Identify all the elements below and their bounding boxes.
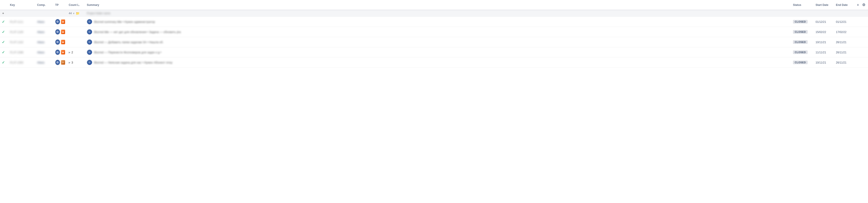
count-value: 3 bbox=[71, 61, 73, 64]
row-summary-cell[interactable]: Blurred title — нет дат для обновления •… bbox=[85, 27, 791, 37]
comp-value: Atlass bbox=[37, 51, 44, 54]
row-expand-arrow[interactable]: ▶ bbox=[69, 61, 70, 64]
th-actions: + ⚙ bbox=[855, 0, 868, 10]
summary-avatar-icon bbox=[87, 50, 92, 55]
status-badge[interactable]: CLOSED bbox=[793, 20, 808, 24]
row-key-cell[interactable]: PLAT-1093 bbox=[8, 57, 35, 67]
row-summary-cell[interactable]: Blurred — Добавить папки задачам ЗА • На… bbox=[85, 37, 791, 47]
row-comp-cell: Atlass bbox=[35, 17, 53, 27]
group-tp-cell bbox=[53, 10, 67, 17]
issue-key-link[interactable]: PLAT-1105 bbox=[10, 31, 23, 34]
row-start-date-cell: 11/11/21 bbox=[814, 47, 834, 57]
row-start-date-cell: 10/11/21 bbox=[814, 57, 834, 67]
row-tp-cell: ▣ bbox=[53, 17, 67, 27]
summary-container: Blurred — Перенести Фолловеров для задач… bbox=[87, 50, 789, 55]
add-column-icon[interactable]: + bbox=[856, 2, 860, 7]
row-tp-cell: ▣ bbox=[53, 27, 67, 37]
gear-avatar bbox=[55, 60, 60, 65]
row-count-cell: ▶3 bbox=[67, 57, 85, 67]
row-end-date-cell: 01/12/21 bbox=[834, 17, 855, 27]
check-icon: ✓ bbox=[2, 30, 5, 34]
table-row: ✓PLAT-1093Atlass≋▶3Blurred — Неясная зад… bbox=[0, 57, 868, 67]
th-start-date[interactable]: Start Date bbox=[814, 0, 834, 10]
th-comp[interactable]: Comp. bbox=[35, 0, 53, 10]
row-actions-cell bbox=[855, 37, 868, 47]
summary-text: Blurred — Неясная задача для нас • Нужен… bbox=[94, 61, 173, 64]
row-start-date-cell: 01/12/21 bbox=[814, 17, 834, 27]
row-tp-cell: ▣ bbox=[53, 47, 67, 57]
status-badge[interactable]: CLOSED bbox=[793, 50, 808, 54]
row-count-cell bbox=[67, 37, 85, 47]
summary-avatar-icon bbox=[87, 19, 92, 24]
end-date-value: 26/11/21 bbox=[836, 41, 846, 44]
status-badge[interactable]: CLOSED bbox=[793, 40, 808, 44]
summary-text: Blurred summary title • Нужен администра… bbox=[94, 20, 155, 24]
group-count-value: 44 bbox=[69, 12, 72, 15]
row-end-date-cell: 17/02/22 bbox=[834, 27, 855, 37]
row-expand-arrow[interactable]: ▶ bbox=[69, 51, 70, 54]
status-badge[interactable]: CLOSED bbox=[793, 61, 808, 64]
th-key[interactable]: Key bbox=[8, 0, 35, 10]
group-label-cell: Project folder name bbox=[85, 10, 868, 17]
row-check-cell: ✓ bbox=[0, 27, 8, 37]
table-row: ✓PLAT-1098Atlass▣▶2Blurred — Перенести Ф… bbox=[0, 47, 868, 57]
th-summary[interactable]: Summary bbox=[85, 0, 791, 10]
row-key-cell[interactable]: PLAT-1111 bbox=[8, 17, 35, 27]
issue-key-link[interactable]: PLAT-1111 bbox=[10, 20, 23, 24]
summary-container: Blurred — Добавить папки задачам ЗА • На… bbox=[87, 39, 789, 45]
summary-avatar-icon bbox=[87, 39, 92, 45]
tp-container: ≋ bbox=[55, 60, 65, 65]
start-date-value: 01/12/21 bbox=[815, 20, 826, 24]
th-check bbox=[0, 0, 8, 10]
row-tp-cell: ≋ bbox=[53, 57, 67, 67]
row-actions-cell bbox=[855, 47, 868, 57]
issue-key-link[interactable]: PLAT-1093 bbox=[10, 61, 23, 64]
status-badge[interactable]: CLOSED bbox=[793, 30, 808, 34]
count-container: ▶2 bbox=[69, 51, 83, 54]
group-comp-cell bbox=[35, 10, 53, 17]
expand-arrow-icon[interactable]: ▼ bbox=[72, 12, 75, 15]
th-status[interactable]: Status bbox=[791, 0, 814, 10]
row-end-date-cell: 26/11/21 bbox=[834, 37, 855, 47]
comp-value: Atlass bbox=[37, 41, 44, 44]
row-summary-cell[interactable]: Blurred — Неясная задача для нас • Нужен… bbox=[85, 57, 791, 67]
issue-key-link[interactable]: PLAT-1098 bbox=[10, 51, 23, 54]
group-header-row: ✦ 44 ▼ 📁 Project folder name bbox=[0, 10, 868, 17]
orange-alt-avatar: ≋ bbox=[61, 60, 65, 65]
orange-avatar: ▣ bbox=[61, 20, 65, 24]
group-wand-cell: ✦ bbox=[0, 10, 8, 17]
th-tp[interactable]: TP bbox=[53, 0, 67, 10]
row-summary-cell[interactable]: Blurred — Перенести Фолловеров для задач… bbox=[85, 47, 791, 57]
comp-value: Atlass bbox=[37, 61, 44, 64]
settings-icon[interactable]: ⚙ bbox=[861, 2, 866, 7]
group-key-cell bbox=[8, 10, 35, 17]
gear-avatar bbox=[55, 19, 60, 24]
row-count-cell: ▶2 bbox=[67, 47, 85, 57]
row-count-cell bbox=[67, 27, 85, 37]
check-icon: ✓ bbox=[2, 40, 5, 44]
tp-container: ▣ bbox=[55, 50, 65, 55]
count-value: 2 bbox=[71, 51, 73, 54]
row-status-cell: CLOSED bbox=[791, 27, 814, 37]
row-key-cell[interactable]: PLAT-1105 bbox=[8, 27, 35, 37]
th-count[interactable]: Count L. bbox=[67, 0, 85, 10]
issue-key-link[interactable]: PLAT-1102 bbox=[10, 41, 23, 44]
issues-table: Key Comp. TP Count L. Summary Status Sta… bbox=[0, 0, 868, 67]
row-summary-cell[interactable]: Blurred summary title • Нужен администра… bbox=[85, 17, 791, 27]
start-date-value: 15/02/22 bbox=[815, 31, 826, 34]
row-comp-cell: Atlass bbox=[35, 37, 53, 47]
row-end-date-cell: 26/11/21 bbox=[834, 57, 855, 67]
end-date-value: 26/11/21 bbox=[836, 61, 846, 64]
main-table-container: Key Comp. TP Count L. Summary Status Sta… bbox=[0, 0, 868, 67]
row-key-cell[interactable]: PLAT-1102 bbox=[8, 37, 35, 47]
th-end-date[interactable]: End Date bbox=[834, 0, 855, 10]
row-start-date-cell: 10/11/21 bbox=[814, 37, 834, 47]
tp-container: ▣ bbox=[55, 39, 65, 45]
group-folder-name: Project folder name bbox=[87, 12, 110, 15]
tp-container: ▣ bbox=[55, 29, 65, 35]
table-row: ✓PLAT-1105Atlass▣Blurred title — нет дат… bbox=[0, 27, 868, 37]
row-key-cell[interactable]: PLAT-1098 bbox=[8, 47, 35, 57]
check-icon: ✓ bbox=[2, 20, 5, 24]
row-actions-cell bbox=[855, 27, 868, 37]
row-status-cell: CLOSED bbox=[791, 57, 814, 67]
